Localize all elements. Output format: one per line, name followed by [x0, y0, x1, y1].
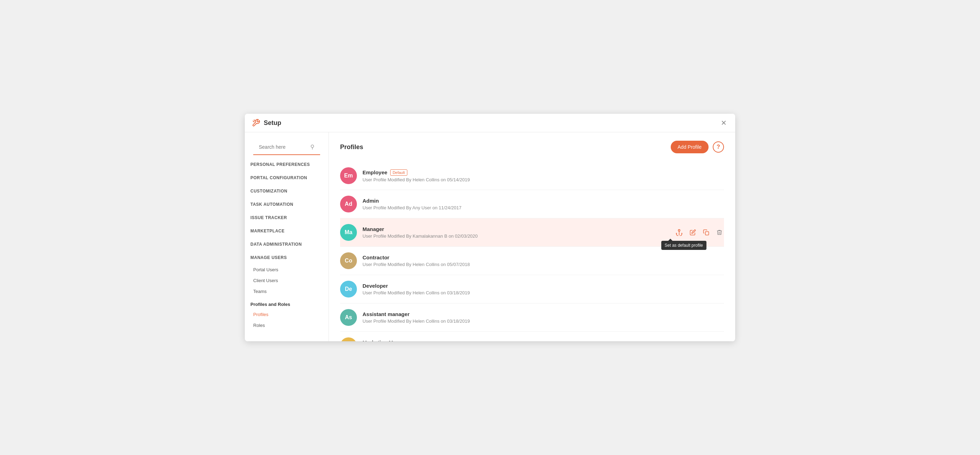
- profile-info-contractor: Contractor User Profile Modified By Hele…: [363, 254, 724, 267]
- search-input[interactable]: [259, 144, 310, 150]
- profile-item-developer[interactable]: De Developer User Profile Modified By He…: [340, 275, 724, 303]
- copy-icon: [703, 229, 709, 236]
- profile-info-marketing-manager: Marketing Manager User Profile Modified …: [363, 339, 724, 341]
- profile-info-manager: Manager User Profile Modified By Kamalak…: [363, 226, 674, 239]
- sidebar-item-profiles[interactable]: Profiles: [245, 309, 329, 320]
- profile-item-assistant-manager[interactable]: As Assistant manager User Profile Modifi…: [340, 303, 724, 332]
- title-bar: Setup ✕: [245, 114, 735, 132]
- add-profile-button[interactable]: Add Profile: [671, 141, 708, 153]
- header-actions: Add Profile ?: [671, 141, 724, 153]
- profile-name-row-employee: Employee Default: [363, 170, 724, 176]
- sidebar-item-marketplace[interactable]: MARKETPLACE: [245, 224, 329, 238]
- avatar-employee: Em: [340, 167, 357, 184]
- avatar-marketing-manager: Ma: [340, 338, 357, 341]
- sidebar: ⚲ PERSONAL PREFERENCES PORTAL CONFIGURAT…: [245, 132, 329, 341]
- avatar-contractor: Co: [340, 252, 357, 269]
- profile-item-contractor[interactable]: Co Contractor User Profile Modified By H…: [340, 247, 724, 275]
- svg-line-1: [253, 121, 254, 122]
- nav-section: PERSONAL PREFERENCES PORTAL CONFIGURATIO…: [245, 158, 329, 297]
- close-button[interactable]: ✕: [719, 118, 728, 128]
- title-bar-left: Setup: [252, 119, 281, 127]
- search-icon: ⚲: [310, 144, 315, 150]
- svg-rect-4: [705, 232, 709, 235]
- avatar-admin: Ad: [340, 196, 357, 212]
- profile-name-assistant-manager: Assistant manager: [363, 311, 409, 317]
- page-title: Profiles: [340, 144, 363, 151]
- profile-info-assistant-manager: Assistant manager User Profile Modified …: [363, 311, 724, 324]
- sidebar-item-portal-configuration[interactable]: PORTAL CONFIGURATION: [245, 171, 329, 184]
- help-button[interactable]: ?: [713, 141, 724, 152]
- sidebar-item-personal-preferences[interactable]: PERSONAL PREFERENCES: [245, 158, 329, 171]
- sidebar-item-portal-users[interactable]: Portal Users: [245, 264, 329, 275]
- profile-name-row-manager: Manager: [363, 226, 674, 232]
- setup-icon: [252, 119, 260, 127]
- set-default-button[interactable]: [674, 227, 684, 237]
- profile-item-employee[interactable]: Em Employee Default User Profile Modifie…: [340, 162, 724, 190]
- profiles-roles-label: Profiles and Roles: [245, 298, 329, 309]
- profile-meta-contractor: User Profile Modified By Helen Collins o…: [363, 262, 724, 267]
- profile-meta-manager: User Profile Modified By Kamalakannan B …: [363, 233, 674, 239]
- sidebar-item-data-administration[interactable]: DATA ADMINISTRATION: [245, 238, 329, 251]
- delete-button[interactable]: [715, 228, 724, 237]
- profile-name-row-admin: Admin: [363, 198, 724, 204]
- copy-button[interactable]: [702, 228, 711, 237]
- sidebar-item-manage-users[interactable]: MANAGE USERS: [245, 251, 329, 264]
- svg-point-2: [678, 230, 680, 231]
- profile-info-admin: Admin User Profile Modified By Any User …: [363, 198, 724, 210]
- profile-item-marketing-manager[interactable]: Ma Marketing Manager User Profile Modifi…: [340, 332, 724, 341]
- profile-actions-manager: Set as default profile: [674, 227, 724, 237]
- profile-meta-assistant-manager: User Profile Modified By Helen Collins o…: [363, 319, 724, 324]
- window-title: Setup: [264, 119, 281, 127]
- avatar-developer: De: [340, 281, 357, 298]
- profile-meta-employee: User Profile Modified By Helen Collins o…: [363, 177, 724, 182]
- default-badge-employee: Default: [390, 170, 407, 176]
- content-header: Profiles Add Profile ?: [340, 141, 724, 153]
- sidebar-item-task-automation[interactable]: TASK AUTOMATION: [245, 198, 329, 211]
- profile-meta-developer: User Profile Modified By Helen Collins o…: [363, 290, 724, 295]
- tooltip-set-default: Set as default profile: [661, 241, 706, 250]
- main-layout: ⚲ PERSONAL PREFERENCES PORTAL CONFIGURAT…: [245, 132, 735, 341]
- content-area: Profiles Add Profile ? Em Employee Defau…: [329, 132, 735, 341]
- profile-name-manager: Manager: [363, 226, 384, 232]
- setup-window: Setup ✕ ⚲ PERSONAL PREFERENCES PORTAL CO…: [245, 114, 735, 341]
- profile-name-contractor: Contractor: [363, 254, 390, 260]
- profile-item-manager[interactable]: Ma Manager User Profile Modified By Kama…: [340, 219, 724, 247]
- anchor-icon: [676, 229, 682, 236]
- trash-icon: [716, 229, 722, 236]
- profile-name-marketing-manager: Marketing Manager: [363, 339, 410, 341]
- edit-button[interactable]: [688, 228, 697, 237]
- sidebar-item-roles[interactable]: Roles: [245, 320, 329, 331]
- sidebar-item-teams[interactable]: Teams: [245, 286, 329, 297]
- profile-name-developer: Developer: [363, 283, 388, 289]
- profiles-roles-section: Profiles and Roles Profiles Roles: [245, 297, 329, 331]
- profile-meta-admin: User Profile Modified By Any User on 11/…: [363, 205, 724, 210]
- profile-name-employee: Employee: [363, 170, 387, 175]
- profile-name-admin: Admin: [363, 198, 379, 204]
- profile-info-developer: Developer User Profile Modified By Helen…: [363, 283, 724, 295]
- sidebar-item-customization[interactable]: CUSTOMIZATION: [245, 184, 329, 198]
- profile-item-admin[interactable]: Ad Admin User Profile Modified By Any Us…: [340, 190, 724, 219]
- search-container: ⚲: [253, 139, 320, 155]
- sidebar-item-client-users[interactable]: Client Users: [245, 275, 329, 286]
- svg-line-0: [254, 120, 255, 121]
- avatar-manager: Ma: [340, 224, 357, 241]
- sidebar-item-issue-tracker[interactable]: ISSUE TRACKER: [245, 211, 329, 224]
- profile-info-employee: Employee Default User Profile Modified B…: [363, 170, 724, 182]
- avatar-assistant-manager: As: [340, 309, 357, 326]
- profile-list: Em Employee Default User Profile Modifie…: [340, 162, 724, 341]
- edit-icon: [690, 229, 696, 236]
